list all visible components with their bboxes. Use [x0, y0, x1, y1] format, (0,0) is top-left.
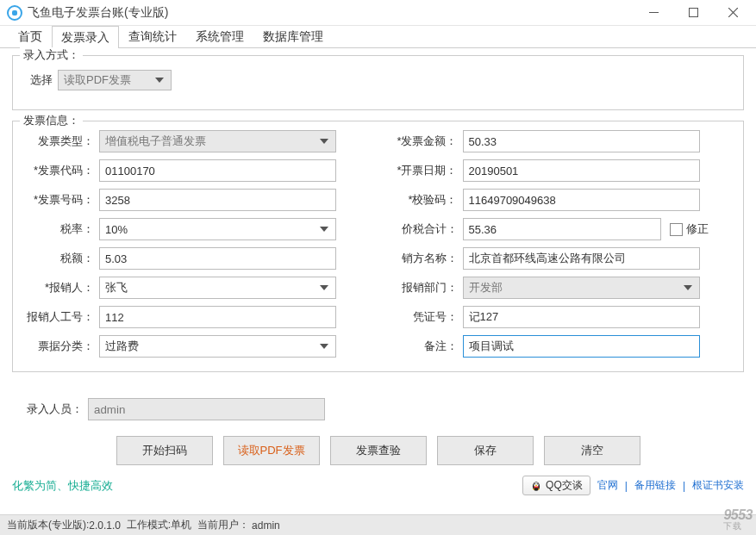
reimburser-select[interactable]: 张飞 [99, 277, 336, 299]
invoice-amount-input[interactable] [463, 130, 700, 152]
remark-input[interactable] [463, 335, 700, 358]
invoice-date-input[interactable] [463, 159, 700, 182]
type-label: 发票类型： [23, 134, 99, 149]
status-user: admin [252, 519, 280, 532]
invoice-number-input[interactable] [99, 189, 336, 211]
entry-select-label: 选择 [23, 72, 58, 88]
invoice-code-input[interactable] [99, 159, 336, 182]
entry-mode-fieldset: 录入方式： 选择 读取PDF发票 [12, 55, 744, 110]
invoice-legend: 发票信息： [20, 113, 83, 128]
seller-label: 销方名称： [387, 251, 463, 266]
date-label: *开票日期： [387, 163, 463, 178]
amount-label: *发票金额： [387, 134, 463, 149]
invoice-type-select[interactable]: 增值税电子普通发票 [99, 130, 336, 152]
close-button[interactable] [713, 0, 753, 26]
dept-select[interactable]: 开发部 [463, 277, 700, 299]
entry-mode-select[interactable]: 读取PDF发票 [58, 70, 172, 90]
titlebar: 飞鱼电子发票台账(专业版) [0, 0, 756, 26]
operator-input [88, 398, 325, 420]
tax-rate-select[interactable]: 10% [99, 218, 336, 240]
maximize-button[interactable] [673, 0, 713, 26]
voucher-input[interactable] [463, 306, 700, 328]
link-official[interactable]: 官网 [597, 478, 618, 493]
clear-button[interactable]: 清空 [544, 436, 640, 465]
save-button[interactable]: 保存 [437, 436, 534, 465]
entry-mode-legend: 录入方式： [20, 47, 83, 63]
svg-point-8 [535, 484, 537, 485]
scan-button[interactable]: 开始扫码 [116, 436, 213, 465]
svg-point-7 [537, 482, 538, 484]
dept-label: 报销部门： [387, 280, 463, 295]
tab-system[interactable]: 系统管理 [186, 25, 253, 47]
qq-chat-button[interactable]: QQ交谈 [522, 476, 590, 495]
footer-links: 化繁为简、快捷高效 QQ交谈 官网 | 备用链接 | 根证书安装 [0, 472, 756, 499]
app-icon [7, 5, 22, 21]
tab-invoice-entry[interactable]: 发票录入 [52, 26, 119, 48]
qq-icon [530, 480, 542, 492]
tab-query[interactable]: 查询统计 [119, 25, 186, 47]
status-bar: 当前版本(专业版):2.0.1.0 工作模式:单机 当前用户： admin [0, 514, 756, 535]
window-title: 飞鱼电子发票台账(专业版) [28, 5, 634, 21]
status-mode-label: 工作模式: [127, 518, 171, 532]
tab-home[interactable]: 首页 [9, 25, 52, 47]
category-select[interactable]: 过路费 [99, 335, 336, 358]
svg-rect-1 [689, 9, 697, 17]
seller-input[interactable] [463, 247, 700, 270]
link-cert[interactable]: 根证书安装 [692, 478, 744, 493]
read-pdf-button[interactable]: 读取PDF发票 [223, 436, 320, 465]
slogan: 化繁为简、快捷高效 [12, 478, 113, 494]
correction-label: 修正 [686, 221, 709, 237]
code-label: *发票代码： [23, 163, 99, 178]
verify-button[interactable]: 发票查验 [330, 436, 427, 465]
emp-no-input[interactable] [99, 306, 336, 328]
category-label: 票据分类： [23, 339, 99, 354]
tab-bar: 首页 发票录入 查询统计 系统管理 数据库管理 [0, 26, 756, 48]
reimburser-label: *报销人： [23, 280, 99, 295]
svg-point-6 [534, 482, 535, 484]
check-label: *校验码： [387, 192, 463, 208]
status-user-label: 当前用户： [197, 518, 249, 532]
tax-amount-input[interactable] [99, 247, 336, 270]
taxamount-label: 税额： [23, 251, 99, 266]
minimize-button[interactable] [634, 0, 673, 26]
invoice-total-input[interactable] [463, 218, 661, 240]
total-label: 价税合计： [387, 221, 463, 237]
invoice-fieldset: 发票信息： 发票类型： 增值税电子普通发票 *发票金额： *发票代码： *开票日… [12, 121, 744, 372]
tab-database[interactable]: 数据库管理 [253, 25, 333, 47]
operator-label: 录入人员： [12, 401, 88, 417]
remark-label: 备注： [387, 339, 463, 354]
status-version-label: 当前版本(专业版): [7, 518, 89, 532]
link-backup[interactable]: 备用链接 [634, 478, 676, 493]
invoice-check-input[interactable] [463, 189, 700, 211]
svg-rect-9 [534, 486, 539, 488]
empno-label: 报销人工号： [23, 309, 99, 325]
status-version: 2.0.1.0 [89, 519, 121, 532]
status-mode: 单机 [171, 518, 191, 532]
number-label: *发票号码： [23, 192, 99, 208]
taxrate-label: 税率： [23, 221, 99, 237]
correction-checkbox[interactable] [670, 223, 683, 236]
voucher-label: 凭证号： [387, 309, 463, 325]
